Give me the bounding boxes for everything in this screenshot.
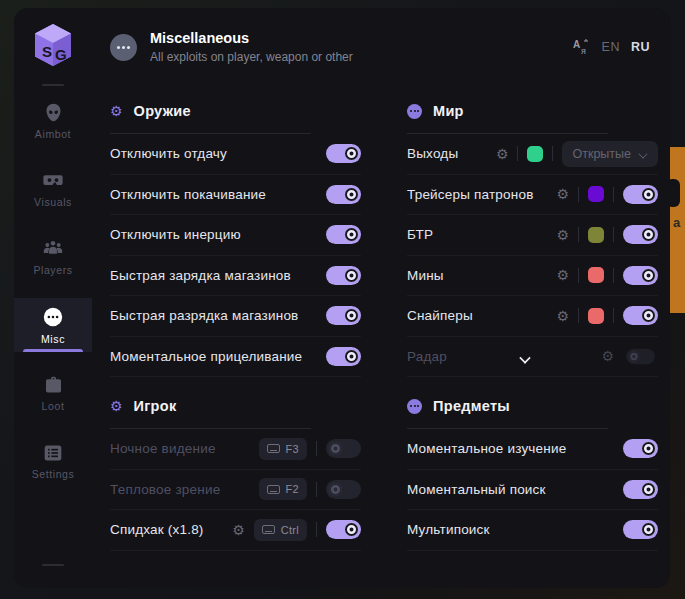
sidebar-divider-bottom <box>42 564 64 566</box>
app-logo-icon: S G <box>32 22 74 68</box>
sidebar-item-misc[interactable]: Misc <box>14 298 92 352</box>
feature-row: Моментальное прицеливание <box>110 337 361 378</box>
keybind-badge[interactable]: F2 <box>259 478 307 500</box>
row-controls: ⚙ <box>556 306 658 325</box>
color-swatch[interactable] <box>527 146 543 162</box>
toggle-switch[interactable] <box>326 266 361 285</box>
background-game-strip: a <box>670 147 685 313</box>
color-swatch[interactable] <box>588 227 604 243</box>
section-header: ⚙Оружие <box>110 98 361 124</box>
keybind-label: Ctrl <box>281 524 299 536</box>
toggle-switch[interactable] <box>326 439 361 458</box>
toggle-switch[interactable] <box>326 306 361 325</box>
sidebar-item-players[interactable]: Players <box>14 230 92 284</box>
toggle-switch[interactable] <box>326 520 361 539</box>
section-dots-icon <box>407 399 422 414</box>
toggle-knob <box>345 147 358 160</box>
keybind-badge[interactable]: Ctrl <box>254 519 307 541</box>
lang-ru-button[interactable]: RU <box>631 40 650 54</box>
control-divider <box>578 308 579 323</box>
row-controls <box>623 439 658 458</box>
toggle-switch[interactable] <box>626 348 655 364</box>
feature-row: Тепловое зрениеF2 <box>110 470 361 511</box>
toggle-knob <box>345 309 358 322</box>
toggle-switch[interactable] <box>623 439 658 458</box>
svg-text:я: я <box>581 46 586 56</box>
section-title: Оружие <box>134 103 191 119</box>
row-controls: ⚙ <box>601 347 658 366</box>
row-controls <box>623 520 658 539</box>
toggle-knob <box>642 523 655 536</box>
color-swatch[interactable] <box>588 267 604 283</box>
row-controls: ⚙ <box>556 185 658 204</box>
section-Мир: МирВыходы⚙ОткрытыеТрейсеры патронов⚙БТР⚙… <box>407 98 658 377</box>
players-icon <box>42 238 64 259</box>
cheat-menu-window: S G AimbotVisualsPlayersMiscLootSettings… <box>14 8 670 588</box>
feature-label: Спидхак (x1.8) <box>110 522 204 537</box>
sidebar-item-loot[interactable]: Loot <box>14 366 92 420</box>
control-divider <box>613 308 614 323</box>
row-settings-gear-icon[interactable]: ⚙ <box>556 187 569 201</box>
toggle-switch[interactable] <box>623 266 658 285</box>
section-title: Мир <box>433 103 464 119</box>
row-controls <box>326 266 361 285</box>
section-dots-icon <box>407 104 422 119</box>
vr-icon <box>42 170 64 191</box>
color-swatch[interactable] <box>588 186 604 202</box>
lang-en-button[interactable]: EN <box>602 40 620 54</box>
row-settings-gear-icon[interactable]: ⚙ <box>601 349 614 363</box>
dropdown-select[interactable]: Открытые <box>562 141 658 167</box>
toggle-switch[interactable] <box>326 225 361 244</box>
feature-row: Мины⚙ <box>407 256 658 297</box>
main-content: ⚙ОружиеОтключить отдачуОтключить покачив… <box>92 98 658 588</box>
feature-label: Выходы <box>407 146 458 161</box>
row-controls <box>326 347 361 366</box>
section-header: Мир <box>407 98 658 124</box>
feature-label: Быстрая разрядка магазинов <box>110 308 298 323</box>
row-controls <box>326 144 361 163</box>
control-divider <box>613 187 614 202</box>
toggle-knob <box>642 188 655 201</box>
feature-label: Радар <box>407 349 447 364</box>
chevron-down-icon[interactable] <box>520 347 529 365</box>
section-header: ⚙Игрок <box>110 393 361 419</box>
toggle-switch[interactable] <box>623 225 658 244</box>
toggle-switch[interactable] <box>326 480 361 499</box>
control-divider <box>316 522 317 537</box>
dots-icon <box>42 306 64 328</box>
row-settings-gear-icon[interactable]: ⚙ <box>556 268 569 282</box>
row-settings-gear-icon[interactable]: ⚙ <box>232 523 245 537</box>
control-divider <box>552 146 553 161</box>
row-settings-gear-icon[interactable]: ⚙ <box>496 147 509 161</box>
toggle-knob <box>642 309 655 322</box>
feature-label: Снайперы <box>407 308 473 323</box>
keybind-badge[interactable]: F3 <box>259 438 307 460</box>
control-divider <box>613 268 614 283</box>
toggle-knob <box>642 228 655 241</box>
toggle-switch[interactable] <box>623 185 658 204</box>
toggle-switch[interactable] <box>326 185 361 204</box>
keyboard-icon <box>267 485 280 494</box>
toggle-switch[interactable] <box>326 347 361 366</box>
sidebar-item-aimbot[interactable]: Aimbot <box>14 94 92 148</box>
sidebar-item-visuals[interactable]: Visuals <box>14 162 92 216</box>
row-settings-gear-icon[interactable]: ⚙ <box>556 309 569 323</box>
keybind-label: F2 <box>286 483 299 495</box>
toggle-switch[interactable] <box>326 144 361 163</box>
toggle-knob <box>345 228 358 241</box>
toggle-switch[interactable] <box>623 306 658 325</box>
section-Игрок: ⚙ИгрокНочное видениеF3Тепловое зрениеF2С… <box>110 393 361 551</box>
row-controls <box>326 306 361 325</box>
toggle-knob <box>642 442 655 455</box>
user-avatar[interactable] <box>110 34 137 61</box>
row-settings-gear-icon[interactable]: ⚙ <box>556 228 569 242</box>
color-swatch[interactable] <box>588 308 604 324</box>
sidebar-item-settings[interactable]: Settings <box>14 434 92 488</box>
toggle-switch[interactable] <box>623 520 658 539</box>
svg-text:S: S <box>42 43 52 60</box>
toggle-knob <box>345 269 358 282</box>
toggle-switch[interactable] <box>623 480 658 499</box>
row-middle <box>447 347 601 365</box>
feature-row: Ночное видениеF3 <box>110 429 361 470</box>
row-controls: F2 <box>259 478 361 500</box>
